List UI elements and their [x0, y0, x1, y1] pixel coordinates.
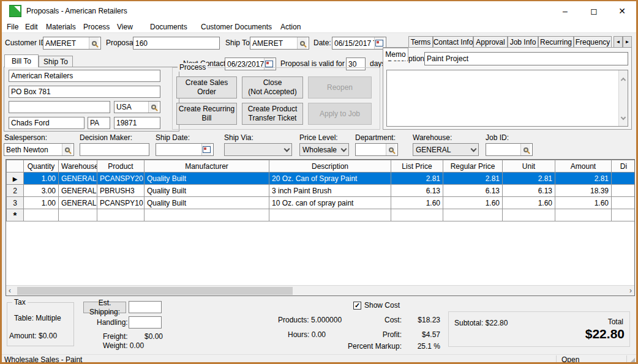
bill-to-address2-input[interactable]	[9, 101, 110, 113]
warehouse-select[interactable]: GENERAL	[413, 143, 479, 156]
ship-to-lookup-button[interactable]	[297, 37, 307, 49]
table-row[interactable]: 3 1.00 GENERAL PCANSPY10 Quality Built 1…	[7, 197, 636, 209]
create-recurring-bill-button[interactable]: Create Recurring Bill	[176, 103, 237, 125]
col-warehouse[interactable]: Warehouse	[59, 160, 97, 173]
country-lookup-button[interactable]	[148, 102, 158, 113]
menu-materials[interactable]: Materials	[46, 21, 76, 33]
close-button[interactable]: ✕	[613, 3, 631, 19]
est-shipping-input[interactable]	[129, 301, 162, 313]
resize-grip-icon[interactable]	[630, 358, 635, 363]
job-id-lookup-button[interactable]	[520, 144, 530, 155]
warehouse-label: Warehouse:	[413, 133, 452, 142]
minimize-button[interactable]: –	[556, 3, 574, 19]
handling-input[interactable]	[129, 316, 162, 329]
cost-label: Cost:	[340, 316, 402, 324]
col-manufacturer[interactable]: Manufacturer	[144, 160, 269, 173]
price-level-select[interactable]: Wholesale	[299, 143, 349, 156]
new-row[interactable]: *	[7, 209, 636, 221]
col-regular-price[interactable]: Regular Price	[443, 160, 503, 173]
weight-value: Weight: 0.00	[103, 341, 144, 350]
tab-right-icon: ►	[625, 39, 630, 45]
ship-via-select[interactable]	[224, 143, 292, 156]
bill-to-zip-input[interactable]: 19871	[114, 117, 160, 129]
col-quantity[interactable]: Quantity	[24, 160, 59, 173]
col-description[interactable]: Description	[269, 160, 391, 173]
proposal-input[interactable]: 160	[133, 37, 220, 50]
menu-customer-documents[interactable]: Customer Documents	[201, 21, 272, 33]
table-row[interactable]: 2 3.00 GENERAL PBRUSH3 Quality Built 3 i…	[7, 185, 636, 197]
description-input[interactable]: Paint Project	[424, 52, 628, 65]
tax-table-value: Table: Multiple	[14, 314, 61, 322]
bill-to-city-input[interactable]: Chads Ford	[9, 117, 84, 129]
cost-value: $18.23	[397, 316, 440, 324]
menu-view[interactable]: View	[117, 21, 133, 33]
tab-approval[interactable]: Approval	[473, 36, 508, 48]
tab-terms[interactable]: Terms	[408, 36, 433, 48]
menu-documents[interactable]: Documents	[150, 21, 187, 33]
status-separator	[556, 355, 557, 363]
department-lookup-button[interactable]	[386, 144, 396, 155]
tab-scroll-left-button[interactable]: ◄	[614, 36, 623, 48]
scroll-up-icon[interactable]	[621, 73, 625, 84]
table-row[interactable]: ▶ 1.00 GENERAL PCANSPY20 Quality Built 2…	[7, 173, 636, 185]
department-label: Department:	[355, 133, 396, 142]
maximize-button[interactable]: ◻	[585, 3, 603, 19]
bill-to-address-input[interactable]: PO Box 781	[9, 86, 160, 98]
col-product[interactable]: Product	[97, 160, 144, 173]
tab-bill-to[interactable]: Bill To	[4, 54, 39, 67]
bill-to-name-input[interactable]: American Retailers	[9, 70, 160, 82]
create-product-transfer-button[interactable]: Create Product Transfer Ticket	[242, 103, 303, 125]
salesperson-lookup-button[interactable]	[62, 144, 72, 155]
scroll-left-icon[interactable]: ‹	[9, 286, 11, 295]
col-discount[interactable]: Di	[612, 160, 636, 173]
new-row-marker[interactable]: *	[7, 209, 24, 221]
customer-id-input[interactable]: AMERET	[43, 37, 101, 50]
tab-ship-to[interactable]: Ship To	[39, 56, 73, 67]
menu-process[interactable]: Process	[83, 21, 110, 33]
ship-date-input[interactable]	[156, 143, 214, 156]
scroll-down-icon[interactable]	[621, 111, 625, 122]
grid-corner[interactable]	[7, 160, 24, 173]
col-list-price[interactable]: List Price	[391, 160, 443, 173]
create-sales-order-button[interactable]: Create Sales Order	[176, 76, 237, 98]
close-not-accepted-button[interactable]: Close (Not Accepted)	[242, 76, 303, 98]
memo-textarea[interactable]	[386, 70, 628, 127]
scroll-right-icon[interactable]: ›	[629, 286, 632, 295]
col-amount[interactable]: Amount	[555, 160, 612, 173]
window-title: Proposals - American Retailers	[26, 7, 127, 15]
col-unit[interactable]: Unit	[503, 160, 555, 173]
valid-for-label: Proposal is valid for	[280, 59, 345, 68]
customer-lookup-button[interactable]	[89, 37, 99, 49]
decision-maker-input[interactable]	[80, 143, 149, 156]
scrollbar-thumb[interactable]	[17, 287, 293, 295]
row-number[interactable]: 3	[7, 197, 24, 209]
menu-action[interactable]: Action	[280, 21, 301, 33]
job-id-input[interactable]	[486, 143, 533, 156]
tab-scroll-right-button[interactable]: ►	[623, 36, 632, 48]
show-cost-checkbox[interactable]: ✓ Show Cost	[353, 301, 400, 310]
bill-to-country-input[interactable]: USA	[114, 101, 160, 113]
menu-file[interactable]: File	[7, 21, 18, 33]
est-shipping-button[interactable]: Est. Shipping:	[83, 302, 126, 313]
status-bar: Wholesale Sales - Paint Open	[2, 354, 636, 364]
magnifier-icon	[300, 41, 305, 46]
bill-to-state-input[interactable]: PA	[88, 117, 110, 129]
menu-edit[interactable]: Edit	[25, 21, 38, 33]
tab-job-info[interactable]: Job Info	[508, 36, 538, 48]
app-icon	[9, 5, 21, 17]
tab-frequency[interactable]: Frequency	[574, 36, 612, 48]
row-number[interactable]: 2	[7, 185, 24, 197]
ship-to-input[interactable]: AMERET	[250, 37, 309, 50]
grid-hscrollbar[interactable]: ‹ ›	[6, 285, 634, 295]
row-marker[interactable]: ▶	[7, 173, 24, 185]
tab-recurring[interactable]: Recurring	[538, 36, 574, 48]
tab-contact-info[interactable]: Contact Info	[433, 36, 473, 48]
tab-memo[interactable]: Memo	[383, 48, 408, 61]
memo-scrollbar[interactable]	[618, 70, 628, 126]
magnifier-icon	[92, 41, 97, 46]
department-input[interactable]	[355, 143, 398, 156]
ship-date-picker-button[interactable]	[201, 144, 211, 155]
date-input[interactable]: 06/15/2017 Thu	[332, 37, 386, 50]
salesperson-input[interactable]: Beth Newton	[4, 143, 74, 156]
magnifier-icon	[524, 147, 528, 152]
